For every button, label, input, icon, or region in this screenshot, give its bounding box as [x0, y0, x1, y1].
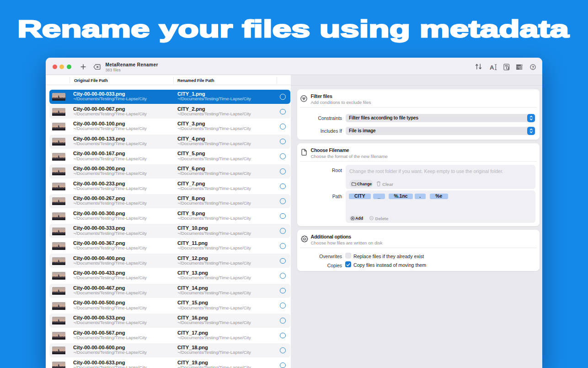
svg-text:A: A [490, 64, 494, 70]
svg-text:Rename your files using metada: Rename your files using metadata [17, 16, 569, 42]
svg-text:?: ? [531, 65, 534, 69]
